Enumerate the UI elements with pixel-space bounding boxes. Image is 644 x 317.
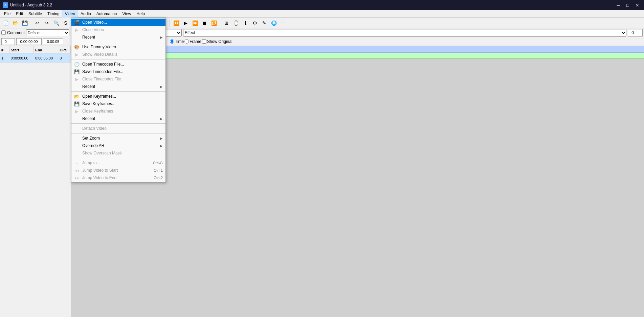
recent-keyframes-icon bbox=[73, 115, 80, 122]
detach-video-icon bbox=[73, 125, 80, 132]
menu-close-video: ▶ Close Video bbox=[71, 26, 165, 33]
jump-to-shortcut: Ctrl-G bbox=[153, 161, 163, 165]
recent-timecodes-label: Recent bbox=[82, 84, 159, 89]
menu-jump-end: ⏭ Jump Video to End Ctrl-2 bbox=[71, 174, 165, 181]
close-video-label: Close Video bbox=[82, 27, 163, 32]
jump-to-label: Jump to... bbox=[82, 161, 146, 165]
menu-jump-to: → Jump to... Ctrl-G bbox=[71, 159, 165, 167]
open-timecodes-icon: 🕐 bbox=[73, 61, 80, 68]
menu-open-keyframes[interactable]: 📂 Open Keyframes... bbox=[71, 93, 165, 100]
menu-recent-video[interactable]: Recent ▶ bbox=[71, 33, 165, 41]
set-zoom-label: Set Zoom bbox=[82, 136, 159, 141]
menu-save-keyframes[interactable]: 💾 Save Keyframes... bbox=[71, 100, 165, 107]
close-video-icon: ▶ bbox=[73, 26, 80, 33]
menu-recent-timecodes[interactable]: Recent ▶ bbox=[71, 83, 165, 90]
open-keyframes-label: Open Keyframes... bbox=[82, 94, 163, 99]
menu-detach-video: Detach Video bbox=[71, 125, 165, 132]
menu-open-timecodes[interactable]: 🕐 Open Timecodes File... bbox=[71, 60, 165, 68]
jump-end-icon: ⏭ bbox=[73, 174, 80, 181]
override-ar-icon bbox=[73, 142, 80, 149]
show-details-label: Show Video Details bbox=[82, 52, 163, 57]
set-zoom-arrow: ▶ bbox=[160, 137, 163, 140]
menu-save-timecodes[interactable]: 💾 Save Timecodes File... bbox=[71, 68, 165, 75]
close-keyframes-label: Close Keyframes bbox=[82, 109, 163, 114]
open-video-icon: 🎬 bbox=[73, 19, 80, 26]
close-keyframes-icon: ▶ bbox=[73, 108, 80, 115]
close-timecodes-icon: ▶ bbox=[73, 76, 80, 82]
recent-keyframes-label: Recent bbox=[82, 116, 159, 121]
open-video-label: Open Video... bbox=[82, 20, 163, 25]
jump-start-label: Jump Video to Start bbox=[82, 168, 147, 173]
menu-sep-1 bbox=[71, 42, 165, 42]
menu-dummy-video[interactable]: 🎨 Use Dummy Video... bbox=[71, 43, 165, 51]
save-keyframes-label: Save Keyframes... bbox=[82, 101, 163, 106]
jump-start-shortcut: Ctrl-1 bbox=[154, 168, 163, 172]
menu-jump-start: ⏮ Jump Video to Start Ctrl-1 bbox=[71, 167, 165, 174]
open-keyframes-icon: 📂 bbox=[73, 93, 80, 100]
show-overscan-icon bbox=[73, 150, 80, 156]
dummy-video-icon: 🎨 bbox=[73, 44, 80, 50]
video-menu: 🎬 Open Video... ▶ Close Video Recent ▶ 🎨… bbox=[71, 18, 166, 182]
jump-start-icon: ⏮ bbox=[73, 167, 80, 174]
menu-close-timecodes: ▶ Close Timecodes File bbox=[71, 75, 165, 83]
set-zoom-icon bbox=[73, 135, 80, 142]
save-timecodes-label: Save Timecodes File... bbox=[82, 69, 163, 74]
menu-override-ar[interactable]: Override AR ▶ bbox=[71, 142, 165, 149]
recent-video-arrow: ▶ bbox=[160, 35, 163, 39]
recent-timecodes-icon bbox=[73, 83, 80, 90]
jump-end-shortcut: Ctrl-2 bbox=[154, 176, 163, 180]
menu-sep-2 bbox=[71, 59, 165, 59]
menu-show-overscan: Show Overscan Mask bbox=[71, 149, 165, 157]
menu-sep-3 bbox=[71, 91, 165, 92]
show-details-icon: ▶ bbox=[73, 51, 80, 58]
menu-close-keyframes: ▶ Close Keyframes bbox=[71, 107, 165, 115]
menu-sep-4 bbox=[71, 123, 165, 124]
jump-end-label: Jump Video to End bbox=[82, 175, 147, 180]
save-timecodes-icon: 💾 bbox=[73, 68, 80, 75]
menu-set-zoom[interactable]: Set Zoom ▶ bbox=[71, 135, 165, 142]
menu-recent-keyframes[interactable]: Recent ▶ bbox=[71, 115, 165, 122]
recent-keyframes-arrow: ▶ bbox=[160, 117, 163, 121]
dummy-video-label: Use Dummy Video... bbox=[82, 45, 163, 49]
open-timecodes-label: Open Timecodes File... bbox=[82, 62, 163, 67]
recent-timecodes-arrow: ▶ bbox=[160, 85, 163, 89]
recent-video-icon bbox=[73, 34, 80, 41]
show-overscan-label: Show Overscan Mask bbox=[82, 151, 163, 155]
app: A Untitled - Aegisub 3.2.2 ─ □ ✕ File Ed… bbox=[0, 0, 644, 317]
menu-sep-6 bbox=[71, 158, 165, 158]
menu-open-video[interactable]: 🎬 Open Video... bbox=[71, 19, 165, 26]
recent-video-label: Recent bbox=[82, 35, 159, 40]
detach-video-label: Detach Video bbox=[82, 126, 163, 131]
save-keyframes-icon: 💾 bbox=[73, 100, 80, 107]
close-timecodes-label: Close Timecodes File bbox=[82, 77, 163, 81]
override-ar-label: Override AR bbox=[82, 143, 159, 148]
menu-sep-5 bbox=[71, 133, 165, 133]
jump-to-icon: → bbox=[73, 160, 80, 166]
menu-show-details: ▶ Show Video Details bbox=[71, 51, 165, 58]
override-ar-arrow: ▶ bbox=[160, 144, 163, 148]
